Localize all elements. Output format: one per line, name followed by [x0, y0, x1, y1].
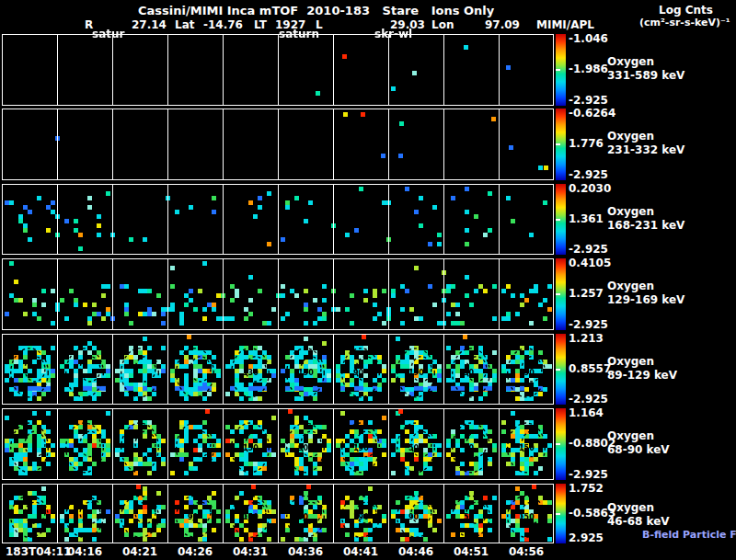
panel-energy-label: 89-129 keV	[607, 369, 677, 382]
ephemeris-field: MIMI/APL	[536, 18, 594, 31]
panel-7-spectrogram	[2, 484, 554, 543]
panel-energy-label: 46-68 keV	[607, 515, 670, 528]
colorbar-min-label: -2.925	[569, 168, 608, 181]
colorbar-min-label: -2.925	[569, 243, 608, 256]
colorbar-mid-tick	[556, 369, 560, 371]
colorbar-max-label: 1.752	[569, 482, 604, 495]
pointing-label-saturn: saturn	[279, 28, 319, 40]
panel-1-spectrogram	[2, 34, 554, 106]
panel-2-spectrogram	[2, 109, 554, 180]
panel-species-label: Oxygen	[607, 280, 654, 292]
pointing-label-skrwl: skr-wl	[374, 28, 412, 40]
panel-species-label: Oxygen	[607, 205, 654, 218]
colorbar-min-label: -2.925	[569, 318, 608, 331]
time-tick-label: 183T04:11	[6, 545, 71, 558]
colorbar-mid-label: -1.986	[569, 63, 608, 75]
ephemeris-field: -14.76	[203, 18, 243, 31]
time-tick-label: 04:56	[509, 545, 544, 558]
colorbar-mid-label: 1.776	[569, 137, 604, 150]
time-tick-label: 04:41	[343, 545, 378, 558]
panel-energy-label: 168-231 keV	[607, 219, 684, 232]
panel-5-spectrogram	[2, 334, 554, 405]
ephemeris-field: LT	[254, 18, 267, 31]
panel-3-spectrogram	[2, 184, 554, 255]
panel-energy-label: 68-90 keV	[607, 443, 670, 456]
colorbar-mid-label: 1.257	[569, 287, 604, 300]
colorbar-max-label: -1.046	[569, 32, 608, 45]
pointing-label-satur: satur	[92, 28, 124, 40]
time-tick-label: 04:46	[398, 545, 433, 558]
ephemeris-field: 27.14	[132, 18, 167, 31]
time-tick-label: 04:51	[454, 545, 489, 558]
colorbar-min-label: -2.925	[569, 468, 608, 481]
time-tick-label: 04:36	[288, 545, 323, 558]
colorbar-max-label: -0.6264	[569, 107, 615, 120]
colorbar-min-label: 2.925	[569, 531, 604, 544]
panel-species-label: Oxygen	[607, 429, 654, 442]
panel-energy-label: 331-589 keV	[607, 69, 684, 82]
panel-species-label: Oxygen	[607, 55, 654, 68]
colorbar-mid-tick	[556, 143, 560, 145]
time-tick-label: 04:31	[233, 545, 268, 558]
colorbar-max-label: 1.164	[569, 406, 604, 419]
bfield-flow-label: B-field Particle Flow	[642, 529, 736, 541]
panel-species-label: Oxygen	[607, 355, 654, 368]
ephemeris-field: Lon	[431, 18, 454, 31]
colorbar-mid-tick	[556, 69, 560, 71]
panel-6-spectrogram	[2, 408, 554, 480]
colorbar-min-label: -2.925	[569, 94, 608, 107]
colorbar-max-label: 0.4105	[569, 257, 611, 269]
ephemeris-field: 97.09	[485, 18, 520, 31]
colorbar-mid-label: 0.8557	[569, 362, 611, 375]
colorbar-mid-label: 1.361	[569, 212, 604, 225]
colorbar-mid-tick	[556, 443, 560, 445]
time-tick-label: 04:26	[178, 545, 213, 558]
colorbar-mid-tick	[556, 293, 560, 295]
colorbar-mid-tick	[556, 513, 560, 515]
panel-species-label: Oxygen	[607, 501, 654, 514]
panel-energy-label: 129-169 keV	[607, 293, 684, 306]
legend-title-line2: (cm²-sr-s-keV)⁻¹	[639, 17, 730, 29]
page-title: Cassini/MIMI Inca mTOF 2010-183 Stare Io…	[138, 4, 494, 17]
colorbar-max-label: 1.213	[569, 332, 604, 345]
colorbar-max-label: 0.2030	[569, 182, 611, 195]
legend-title-line1: Log Cnts	[659, 4, 713, 17]
time-tick-label: 04:21	[122, 545, 157, 558]
colorbar-mid-tick	[556, 219, 560, 221]
time-tick-label: 04:16	[67, 545, 102, 558]
panel-energy-label: 231-332 keV	[607, 143, 684, 156]
panel-species-label: Oxygen	[607, 130, 654, 143]
panel-4-spectrogram	[2, 258, 554, 330]
mimi-inca-display: Cassini/MIMI Inca mTOF 2010-183 Stare Io…	[0, 0, 736, 560]
colorbar-min-label: -2.925	[569, 393, 608, 406]
ephemeris-field: Lat	[175, 18, 194, 31]
